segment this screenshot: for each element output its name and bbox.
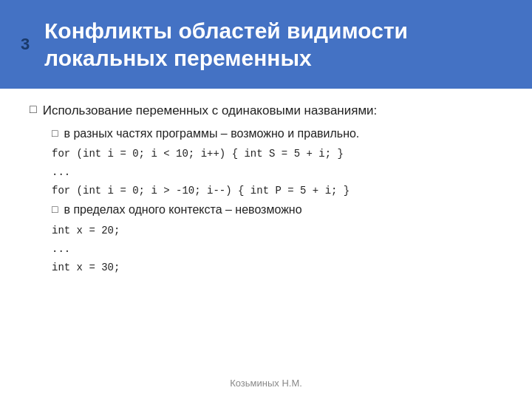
sub-bullet-text: в разных частях программы – возможно и п… <box>64 126 359 142</box>
list-item: □ Использование переменных с одинаковыми… <box>30 102 510 120</box>
code-line: for (int i = 0; i < 10; i++) { int S = 5… <box>52 146 510 162</box>
code-line: for (int i = 0; i > -10; i--) { int P = … <box>52 183 510 199</box>
list-item: □ в разных частях программы – возможно и… <box>52 126 510 142</box>
sub-bullet-marker: □ <box>52 127 58 139</box>
sub-bullet-text: в пределах одного контекста – невозможно <box>64 202 301 218</box>
footer-text: Козьминых Н.М. <box>230 378 302 389</box>
sub-bullet-marker: □ <box>52 203 58 215</box>
slide-footer: Козьминых Н.М. <box>230 378 302 389</box>
code-line: int x = 30; <box>52 260 510 276</box>
bullet-marker: □ <box>30 103 37 116</box>
slide-content: □ Использование переменных с одинаковыми… <box>0 89 532 286</box>
bullet-text: Использование переменных с одинаковыми н… <box>43 102 378 120</box>
code-line: int x = 20; <box>52 223 510 239</box>
slide-number: 3 <box>13 35 37 54</box>
slide-title: Конфликты областей видимости локальных п… <box>44 17 510 72</box>
slide-header: 3 Конфликты областей видимости локальных… <box>0 0 532 89</box>
code-ellipsis: ... <box>52 165 510 180</box>
list-item: □ в пределах одного контекста – невозмож… <box>52 202 510 218</box>
code-ellipsis: ... <box>52 242 510 257</box>
slide: 3 Конфликты областей видимости локальных… <box>0 0 532 399</box>
